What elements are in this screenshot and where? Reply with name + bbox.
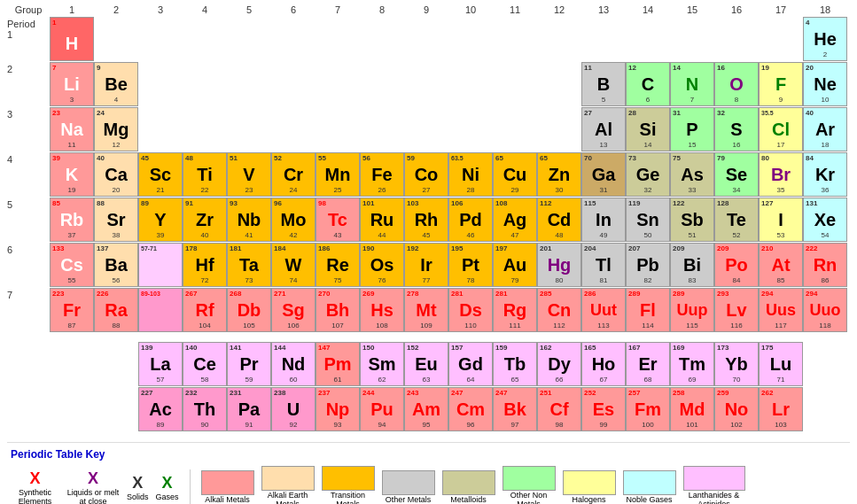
element-W[interactable]: 184 W 74 [271,243,316,287]
element-Ho[interactable]: 165 Ho 67 [581,342,626,386]
element-Li[interactable]: 7 Li 3 [50,62,94,106]
element-Sb[interactable]: 122 Sb 51 [670,198,714,242]
element-Xe[interactable]: 131 Xe 54 [803,198,847,242]
element-Te[interactable]: 128 Te 52 [714,198,759,242]
element-Zr[interactable]: 91 Zr 40 [183,198,227,242]
element-Hs[interactable]: 269 Hs 108 [360,288,404,332]
element-Pt[interactable]: 195 Pt 78 [448,243,493,287]
element-Cr[interactable]: 52 Cr 24 [271,152,316,197]
element-Ti[interactable]: 48 Ti 22 [183,152,227,197]
element-Y[interactable]: 89 Y 39 [138,198,183,242]
element-C[interactable]: 12 C 6 [626,62,670,106]
element-No[interactable]: 259 No 102 [714,387,759,431]
element-In[interactable]: 115 In 49 [581,198,626,242]
element-Er[interactable]: 167 Er 68 [626,342,670,386]
element-K[interactable]: 39 K 19 [50,152,94,197]
element-Ni[interactable]: 63.5 Ni 28 [448,152,493,197]
element-S[interactable]: 32 S 16 [714,107,759,151]
element-O[interactable]: 16 O 8 [714,62,759,106]
element-Ba[interactable]: 137 Ba 56 [94,243,138,287]
element-Gd[interactable]: 157 Gd 64 [448,342,493,386]
element-Cu[interactable]: 65 Cu 29 [493,152,537,197]
element-Uuo[interactable]: 294 Uuo 118 [803,288,847,332]
element-Tb[interactable]: 159 Tb 65 [493,342,537,386]
element-Mo[interactable]: 96 Mo 42 [271,198,316,242]
element-Au[interactable]: 197 Au 79 [493,243,537,287]
element-La[interactable]: 139 La 57 [138,342,183,386]
element-Eu[interactable]: 152 Eu 63 [404,342,448,386]
element-Co[interactable]: 59 Co 27 [404,152,448,197]
element-Lu[interactable]: 175 Lu 71 [759,342,803,386]
element-Rg[interactable]: 281 Rg 111 [493,288,537,332]
element-Re[interactable]: 186 Re 75 [316,243,360,287]
element-H[interactable]: 1 H [50,17,94,61]
element-Fl[interactable]: 289 Fl 114 [626,288,670,332]
element-Pr[interactable]: 141 Pr 59 [227,342,271,386]
element-Bi[interactable]: 209 Bi 83 [670,243,714,287]
element-Yb[interactable]: 173 Yb 70 [714,342,759,386]
element-Si[interactable]: 28 Si 14 [626,107,670,151]
element-Rb[interactable]: 85 Rb 37 [50,198,94,242]
element-Al[interactable]: 27 Al 13 [581,107,626,151]
element-Be[interactable]: 9 Be 4 [94,62,138,106]
element-Cf[interactable]: 251 Cf 98 [537,387,581,431]
element-Pd[interactable]: 106 Pd 46 [448,198,493,242]
element-Mn[interactable]: 55 Mn 25 [316,152,360,197]
element-Uup[interactable]: 289 Uup 115 [670,288,714,332]
element-Tm[interactable]: 169 Tm 69 [670,342,714,386]
element-Pa[interactable]: 231 Pa 91 [227,387,271,431]
element-P[interactable]: 31 P 15 [670,107,714,151]
element-Kr[interactable]: 84 Kr 36 [803,152,847,197]
element-Se[interactable]: 79 Se 34 [714,152,759,197]
element-Ac[interactable]: 227 Ac 89 [138,387,183,431]
element-Ga[interactable]: 70 Ga 31 [581,152,626,197]
element-I[interactable]: 127 I 53 [759,198,803,242]
element-Ds[interactable]: 281 Ds 110 [448,288,493,332]
element-Sm[interactable]: 150 Sm 62 [360,342,404,386]
element-F[interactable]: 19 F 9 [759,62,803,106]
element-Sr[interactable]: 88 Sr 38 [94,198,138,242]
element-Fr[interactable]: 223 Fr 87 [50,288,94,332]
element-Mg[interactable]: 24 Mg 12 [94,107,138,151]
element-Lv[interactable]: 293 Lv 116 [714,288,759,332]
element-Tc[interactable]: 98 Tc 43 [316,198,360,242]
element-Am[interactable]: 243 Am 95 [404,387,448,431]
element-Pb[interactable]: 207 Pb 82 [626,243,670,287]
element-Ir[interactable]: 192 Ir 77 [404,243,448,287]
element-B[interactable]: 11 B 5 [581,62,626,106]
element-Mt[interactable]: 278 Mt 109 [404,288,448,332]
element-Cs[interactable]: 133 Cs 55 [50,243,94,287]
element-Fm[interactable]: 257 Fm 100 [626,387,670,431]
element-Ag[interactable]: 108 Ag 47 [493,198,537,242]
element-As[interactable]: 75 As 33 [670,152,714,197]
element-Ar[interactable]: 40 Ar 18 [803,107,847,151]
element-Ru[interactable]: 101 Ru 44 [360,198,404,242]
element-He[interactable]: 4 He 2 [803,17,847,61]
element-Hg[interactable]: 201 Hg 80 [537,243,581,287]
element-Ne[interactable]: 20 Ne 10 [803,62,847,106]
element-Th[interactable]: 232 Th 90 [183,387,227,431]
element-Tl[interactable]: 204 Tl 81 [581,243,626,287]
element-Ca[interactable]: 40 Ca 20 [94,152,138,197]
element-La-placeholder[interactable]: 57-71 [138,243,183,287]
element-Nb[interactable]: 93 Nb 41 [227,198,271,242]
element-N[interactable]: 14 N 7 [670,62,714,106]
element-Sn[interactable]: 119 Sn 50 [626,198,670,242]
element-Cd[interactable]: 112 Cd 48 [537,198,581,242]
element-Na[interactable]: 23 Na 11 [50,107,94,151]
element-U[interactable]: 238 U 92 [271,387,316,431]
element-Hf[interactable]: 178 Hf 72 [183,243,227,287]
element-Rh[interactable]: 103 Rh 45 [404,198,448,242]
element-Os[interactable]: 190 Os 76 [360,243,404,287]
element-Po[interactable]: 209 Po 84 [714,243,759,287]
element-Zn[interactable]: 65 Zn 30 [537,152,581,197]
element-Ra[interactable]: 226 Ra 88 [94,288,138,332]
element-Lr[interactable]: 262 Lr 103 [759,387,803,431]
element-Rf[interactable]: 267 Rf 104 [183,288,227,332]
element-Cm[interactable]: 247 Cm 96 [448,387,493,431]
element-Bh[interactable]: 270 Bh 107 [316,288,360,332]
element-Cn[interactable]: 285 Cn 112 [537,288,581,332]
element-Np[interactable]: 237 Np 93 [316,387,360,431]
element-Db[interactable]: 268 Db 105 [227,288,271,332]
element-Nd[interactable]: 144 Nd 60 [271,342,316,386]
